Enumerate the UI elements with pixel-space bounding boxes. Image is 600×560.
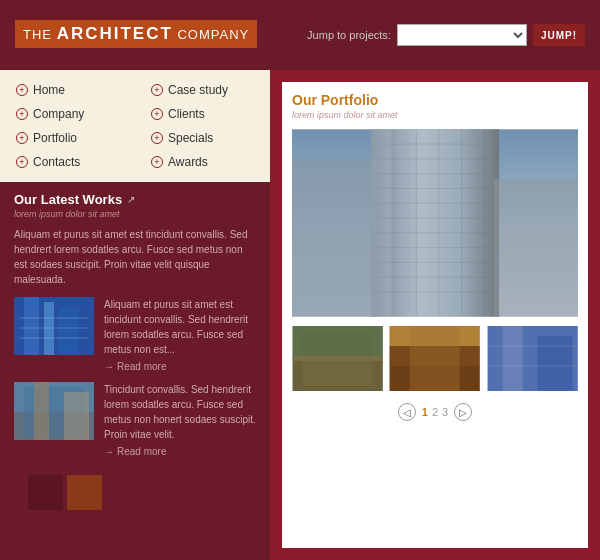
logo-bold: ARCHITECT (57, 24, 173, 43)
works-description: Aliquam et purus sit amet est tincidunt … (14, 227, 256, 287)
nav-item-specials[interactable]: Specials (135, 126, 270, 150)
nav-plus-icon (16, 156, 28, 168)
header: THE ARCHITECT COMPANY Jump to projects: … (0, 0, 600, 70)
deco-squares (14, 467, 256, 518)
read-more-label: Read more (117, 446, 166, 457)
latest-works: Our Latest Works ↗ lorem ipsum dolor sit… (0, 182, 270, 528)
nav-label: Awards (168, 155, 208, 169)
arrow-icon: → (104, 446, 114, 457)
latest-works-title: Our Latest Works (14, 192, 122, 207)
portfolio-nav: ◁ 1 2 3 ▷ (292, 399, 578, 425)
svg-rect-6 (19, 337, 89, 339)
jump-button[interactable]: JUMP! (533, 24, 585, 46)
nav-item-contacts[interactable]: Contacts (0, 150, 135, 174)
logo-post: COMPANY (173, 27, 249, 42)
work-thumb-2 (14, 382, 94, 440)
work-text-1: Aliquam et purus sit amet est tincidunt … (104, 297, 256, 372)
jump-area: Jump to projects: JUMP! (307, 24, 585, 46)
thumb-svg-3 (487, 326, 578, 391)
svg-rect-31 (494, 179, 578, 317)
main-layout: Home Case study Company Clients Portfoli… (0, 70, 600, 560)
portfolio-page-numbers: 1 2 3 (422, 406, 448, 418)
portfolio-next-button[interactable]: ▷ (454, 403, 472, 421)
nav-item-portfolio[interactable]: Portfolio (0, 126, 135, 150)
logo-box: THE ARCHITECT COMPANY (15, 20, 257, 48)
svg-rect-11 (64, 392, 89, 440)
arrow-icon: → (104, 361, 114, 372)
nav-label: Company (33, 107, 84, 121)
latest-works-subtitle: lorem ipsum dolor sit amet (14, 209, 256, 219)
thumb-svg-1 (292, 326, 383, 391)
nav-plus-icon (151, 108, 163, 120)
work-text-2: Tincidunt convallis. Sed hendrerit lorem… (104, 382, 256, 457)
svg-rect-10 (34, 382, 49, 440)
work-desc-1: Aliquam et purus sit amet est tincidunt … (104, 297, 256, 357)
nav-plus-icon (16, 84, 28, 96)
svg-rect-4 (19, 317, 89, 319)
nav-item-casestudy[interactable]: Case study (135, 78, 270, 102)
nav-label: Portfolio (33, 131, 77, 145)
page-num-2[interactable]: 2 (432, 406, 438, 418)
work-thumb-1 (14, 297, 94, 355)
svg-rect-43 (502, 326, 522, 391)
svg-rect-30 (292, 159, 376, 317)
building-svg (292, 128, 578, 318)
nav-plus-icon (151, 84, 163, 96)
portfolio-thumb-3[interactable] (487, 326, 578, 391)
logo-text: THE ARCHITECT COMPANY (23, 27, 249, 42)
nav-item-awards[interactable]: Awards (135, 150, 270, 174)
portfolio-prev-button[interactable]: ◁ (398, 403, 416, 421)
nav-area: Home Case study Company Clients Portfoli… (0, 70, 270, 182)
work-item-2: Tincidunt convallis. Sed hendrerit lorem… (14, 382, 256, 457)
svg-rect-32 (371, 129, 391, 316)
read-more-2[interactable]: → Read more (104, 446, 256, 457)
nav-label: Contacts (33, 155, 80, 169)
work-thumb-img-2 (14, 382, 94, 440)
portfolio-main-image (292, 128, 578, 318)
portfolio-thumb-1[interactable] (292, 326, 383, 391)
svg-rect-40 (410, 326, 460, 391)
nav-plus-icon (151, 132, 163, 144)
page-num-1[interactable]: 1 (422, 406, 428, 418)
portfolio-thumbs (292, 326, 578, 391)
thumb-svg-2 (389, 326, 480, 391)
external-link-icon[interactable]: ↗ (127, 194, 135, 205)
logo-area: THE ARCHITECT COMPANY (15, 20, 257, 50)
work-desc-2: Tincidunt convallis. Sed hendrerit lorem… (104, 382, 256, 442)
svg-rect-36 (293, 356, 383, 391)
nav-grid: Home Case study Company Clients Portfoli… (0, 78, 270, 174)
work-thumb-img-1 (14, 297, 94, 355)
portfolio-subtitle: lorem ipsum dolor sit amet (292, 110, 578, 120)
portfolio-card: Our Portfolio lorem ipsum dolor sit amet (282, 82, 588, 548)
latest-works-header: Our Latest Works ↗ (14, 192, 256, 207)
nav-label: Clients (168, 107, 205, 121)
right-panel: Our Portfolio lorem ipsum dolor sit amet (270, 70, 600, 560)
deco-sq-1 (28, 475, 63, 510)
jump-select[interactable] (397, 24, 527, 46)
nav-plus-icon (151, 156, 163, 168)
nav-item-company[interactable]: Company (0, 102, 135, 126)
nav-label: Specials (168, 131, 213, 145)
nav-item-home[interactable]: Home (0, 78, 135, 102)
svg-rect-1 (24, 297, 39, 355)
svg-rect-3 (59, 307, 79, 355)
nav-plus-icon (16, 108, 28, 120)
nav-label: Case study (168, 83, 228, 97)
deco-sq-2 (67, 475, 102, 510)
portfolio-thumb-2[interactable] (389, 326, 480, 391)
logo-pre: THE (23, 27, 57, 42)
nav-label: Home (33, 83, 65, 97)
read-more-1[interactable]: → Read more (104, 361, 256, 372)
nav-plus-icon (16, 132, 28, 144)
portfolio-title: Our Portfolio (292, 92, 578, 108)
nav-item-clients[interactable]: Clients (135, 102, 270, 126)
read-more-label: Read more (117, 361, 166, 372)
work-item-1: Aliquam et purus sit amet est tincidunt … (14, 297, 256, 372)
page-num-3[interactable]: 3 (442, 406, 448, 418)
jump-label: Jump to projects: (307, 29, 391, 41)
svg-rect-44 (537, 336, 572, 391)
left-panel: Home Case study Company Clients Portfoli… (0, 70, 270, 560)
svg-rect-5 (19, 327, 89, 329)
